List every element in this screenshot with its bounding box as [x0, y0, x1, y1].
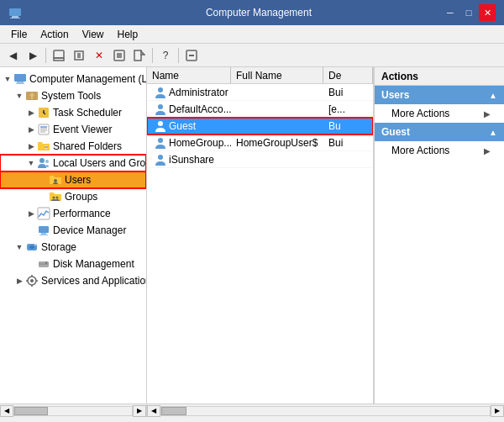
tree-item-computer-mgmt[interactable]: ▼ Computer Management (Local	[0, 71, 146, 87]
groups-folder-icon	[49, 190, 62, 203]
menu-help[interactable]: Help	[111, 27, 145, 42]
svg-rect-16	[14, 74, 26, 82]
expand-icon-system-tools: ▼	[13, 92, 25, 100]
list-hscroll[interactable]: ◀ ▶	[147, 404, 504, 417]
tree-label-system-tools: System Tools	[41, 90, 101, 102]
cell-admin-name: Administrator	[147, 85, 231, 100]
list-scroll-right[interactable]: ▶	[491, 405, 504, 417]
cell-admin-fullname	[231, 92, 323, 93]
svg-rect-3	[54, 50, 64, 58]
system-tools-icon	[25, 89, 39, 103]
list-row-guest[interactable]: Guest Bu	[147, 118, 373, 135]
list-scroll-thumb[interactable]	[161, 407, 186, 415]
tree-item-performance[interactable]: ▶ Performance	[0, 205, 146, 222]
show-button[interactable]	[70, 46, 88, 65]
extra-button[interactable]	[182, 46, 201, 65]
actions-item-users-more[interactable]: More Actions ▶	[375, 104, 504, 123]
homegroup-user-icon	[154, 136, 167, 150]
toolbar: ◀ ▶ ✕ ?	[0, 44, 504, 67]
tree-label-groups: Groups	[65, 191, 97, 203]
tree-label-event-viewer: Event Viewer	[53, 124, 112, 135]
tree-item-users[interactable]: Users	[0, 171, 146, 188]
tree-item-groups[interactable]: Groups	[0, 188, 146, 205]
tree-scroll-thumb[interactable]	[14, 407, 48, 415]
minimize-button[interactable]: ─	[442, 4, 459, 21]
maximize-button[interactable]: □	[460, 4, 477, 21]
cell-guest-desc: Bu	[323, 119, 373, 133]
svg-point-25	[43, 112, 45, 113]
col-header-desc[interactable]: De	[323, 67, 373, 83]
expand-icon-services: ▶	[13, 277, 25, 285]
tree-item-disk-mgmt[interactable]: Disk Management	[0, 256, 146, 272]
actions-section-users[interactable]: Users ▲	[375, 86, 504, 104]
expand-icon-shared: ▶	[25, 142, 37, 150]
tree-label-services-apps: Services and Applications	[41, 275, 147, 287]
tree-item-event-viewer[interactable]: ▶ Event Viewer	[0, 121, 146, 138]
guest-section-chevron: ▲	[489, 128, 497, 137]
back-button[interactable]: ◀	[3, 46, 22, 65]
actions-section-guest[interactable]: Guest ▲	[375, 123, 504, 141]
window-title: Computer Management	[76, 7, 442, 18]
tree-item-storage[interactable]: ▼ Storage	[0, 239, 146, 256]
list-header: Name Full Name De	[147, 67, 373, 84]
svg-point-56	[158, 121, 163, 126]
tree-label-performance: Performance	[53, 208, 111, 219]
svg-point-33	[39, 158, 45, 163]
help-toolbar-button[interactable]: ?	[156, 46, 175, 65]
tree-label-local-users: Local Users and Groups	[53, 157, 147, 169]
list-row-administrator[interactable]: Administrator Bui	[147, 84, 373, 101]
tree-item-services-apps[interactable]: ▶ Services and Applications	[0, 272, 146, 289]
expand-icon-task: ▶	[25, 108, 37, 117]
list-panel[interactable]: Name Full Name De	[147, 67, 374, 404]
list-row-defaultacco[interactable]: DefaultAcco... [e...	[147, 101, 373, 118]
tree-panel[interactable]: ▼ Computer Management (Local ▼ Syste	[0, 67, 147, 404]
svg-rect-17	[17, 82, 24, 83]
close-button[interactable]: ✕	[479, 4, 496, 21]
default-user-icon	[154, 103, 167, 116]
right-area: Name Full Name De	[147, 67, 504, 404]
tree-scroll-right[interactable]: ▶	[133, 405, 146, 417]
expand-icon: ▼	[2, 75, 13, 83]
tree-scroll-track[interactable]	[13, 406, 133, 416]
list-row-isunshare[interactable]: iSunshare	[147, 151, 373, 168]
col-header-name[interactable]: Name	[147, 67, 231, 83]
tree-hscroll[interactable]: ◀ ▶	[0, 404, 147, 417]
disk-mgmt-icon	[37, 257, 50, 271]
menu-file[interactable]: File	[4, 27, 34, 42]
services-icon	[25, 274, 39, 287]
bottom-area: ◀ ▶ ◀ ▶	[0, 404, 504, 417]
export-button[interactable]	[130, 46, 149, 65]
svg-point-36	[53, 197, 55, 199]
tree-label-users: Users	[65, 174, 91, 186]
delete-button[interactable]: ✕	[90, 46, 108, 65]
tree-item-shared-folders[interactable]: ▶ Shared Folders	[0, 138, 146, 155]
list-scroll-left[interactable]: ◀	[147, 405, 160, 417]
col-header-fullname[interactable]: Full Name	[231, 67, 323, 83]
performance-icon	[37, 207, 50, 220]
svg-rect-41	[39, 235, 48, 235]
users-more-arrow: ▶	[484, 109, 491, 119]
tree-item-local-users[interactable]: ▼ Local Users and Groups	[0, 155, 146, 171]
list-scroll-track[interactable]	[160, 406, 491, 416]
menu-view[interactable]: View	[76, 27, 111, 42]
tree-scroll-left[interactable]: ◀	[0, 405, 13, 417]
tree-item-system-tools[interactable]: ▼ System Tools	[0, 87, 146, 104]
list-row-homegroup[interactable]: HomeGroup... HomeGroupUser$ Bui	[147, 135, 373, 151]
up-button[interactable]	[50, 46, 68, 65]
shared-folder-icon	[37, 140, 50, 153]
properties-button[interactable]	[110, 46, 129, 65]
expand-icon-groups	[37, 193, 49, 201]
forward-button[interactable]: ▶	[24, 46, 42, 65]
tree-item-task-scheduler[interactable]: ▶ Task Scheduler	[0, 104, 146, 121]
menu-action[interactable]: Action	[34, 27, 75, 42]
toolbar-sep1	[45, 48, 46, 63]
admin-user-icon	[154, 86, 167, 99]
svg-point-55	[158, 104, 163, 109]
actions-item-guest-more[interactable]: More Actions ▶	[375, 141, 504, 160]
tree-label-storage: Storage	[41, 241, 76, 253]
cell-default-name: DefaultAcco...	[147, 102, 231, 117]
tree-item-device-manager[interactable]: Device Manager	[0, 222, 146, 239]
expand-icon-storage: ▼	[13, 243, 25, 251]
device-manager-icon	[37, 224, 50, 237]
window-controls: ─ □ ✕	[442, 4, 496, 21]
